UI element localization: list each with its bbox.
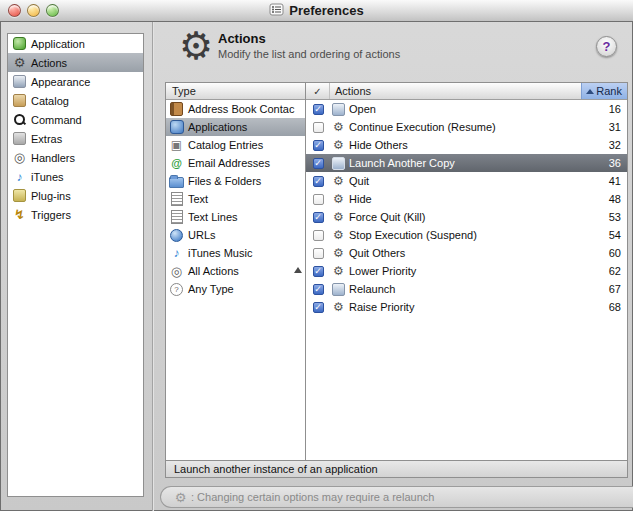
action-row-open[interactable]: Open16 bbox=[306, 100, 627, 118]
sidebar-item-application[interactable]: Application bbox=[8, 34, 143, 53]
action-row-launch-another-copy[interactable]: Launch Another Copy36 bbox=[306, 154, 627, 172]
action-rank: 41 bbox=[585, 175, 627, 187]
sidebar-item-label: Catalog bbox=[31, 95, 69, 107]
action-rank: 32 bbox=[585, 139, 627, 151]
sidebar-item-catalog[interactable]: Catalog bbox=[8, 91, 143, 110]
itunes-music-icon bbox=[169, 246, 184, 261]
type-item-any-type[interactable]: Any Type bbox=[166, 280, 305, 298]
sidebar-item-itunes[interactable]: iTunes bbox=[8, 167, 143, 186]
pane-divider bbox=[152, 22, 153, 511]
type-item-label: Any Type bbox=[188, 283, 234, 295]
action-rank: 48 bbox=[585, 193, 627, 205]
type-item-address-book-contac[interactable]: Address Book Contac bbox=[166, 100, 305, 118]
type-item-text-lines[interactable]: Text Lines bbox=[166, 208, 305, 226]
action-row-hide[interactable]: Hide48 bbox=[306, 190, 627, 208]
rank-column-header[interactable]: Rank bbox=[581, 83, 627, 99]
triggers-icon bbox=[12, 207, 27, 222]
action-gear-icon bbox=[331, 192, 346, 207]
type-column-header[interactable]: Type bbox=[166, 83, 305, 100]
sidebar-item-label: Plug-ins bbox=[31, 190, 71, 202]
urls-icon bbox=[169, 228, 184, 243]
checkbox[interactable] bbox=[313, 122, 324, 133]
type-item-email-addresses[interactable]: Email Addresses bbox=[166, 154, 305, 172]
action-row-continue-execution-resume[interactable]: Continue Execution (Resume)31 bbox=[306, 118, 627, 136]
sidebar-item-triggers[interactable]: Triggers bbox=[8, 205, 143, 224]
gear-icon bbox=[173, 490, 188, 505]
actions-rows: Open16Continue Execution (Resume)31Hide … bbox=[306, 100, 627, 316]
actions-column-header[interactable]: Actions bbox=[330, 83, 581, 99]
action-icon-cell bbox=[330, 192, 347, 207]
sidebar-item-label: iTunes bbox=[31, 171, 64, 183]
checkbox[interactable] bbox=[313, 158, 324, 169]
checkbox[interactable] bbox=[313, 230, 324, 241]
action-gear-icon bbox=[331, 228, 346, 243]
action-gear-icon bbox=[331, 138, 346, 153]
action-row-lower-priority[interactable]: Lower Priority62 bbox=[306, 262, 627, 280]
action-row-relaunch[interactable]: Relaunch67 bbox=[306, 280, 627, 298]
action-label: Raise Priority bbox=[347, 301, 585, 313]
checkbox[interactable] bbox=[313, 266, 324, 277]
type-item-itunes-music[interactable]: iTunes Music bbox=[166, 244, 305, 262]
action-row-force-quit-kill[interactable]: Force Quit (Kill)53 bbox=[306, 208, 627, 226]
action-icon-cell bbox=[330, 102, 347, 117]
title-bar[interactable]: Preferences bbox=[0, 0, 633, 22]
action-rank: 62 bbox=[585, 265, 627, 277]
type-item-all-actions[interactable]: All Actions bbox=[166, 262, 305, 280]
sidebar-item-handlers[interactable]: Handlers bbox=[8, 148, 143, 167]
checkbox[interactable] bbox=[313, 104, 324, 115]
checkbox[interactable] bbox=[313, 302, 324, 313]
action-row-quit-others[interactable]: Quit Others60 bbox=[306, 244, 627, 262]
preferences-icon bbox=[269, 2, 284, 19]
email-icon bbox=[169, 156, 184, 171]
handlers-icon bbox=[12, 150, 27, 165]
action-label: Force Quit (Kill) bbox=[347, 211, 585, 223]
type-item-label: URLs bbox=[188, 229, 216, 241]
action-row-hide-others[interactable]: Hide Others32 bbox=[306, 136, 627, 154]
checkbox-cell bbox=[306, 248, 330, 259]
action-row-raise-priority[interactable]: Raise Priority68 bbox=[306, 298, 627, 316]
type-item-files-folders[interactable]: Files & Folders bbox=[166, 172, 305, 190]
checkbox-cell bbox=[306, 284, 330, 295]
checkbox[interactable] bbox=[313, 212, 324, 223]
checkbox-cell bbox=[306, 212, 330, 223]
type-list-pane: Type Address Book ContacApplicationsCata… bbox=[165, 82, 306, 461]
action-label: Open bbox=[347, 103, 585, 115]
sidebar-item-appearance[interactable]: Appearance bbox=[8, 72, 143, 91]
action-icon-cell bbox=[330, 210, 347, 225]
itunes-icon bbox=[12, 169, 27, 184]
action-icon-cell bbox=[330, 282, 347, 297]
sidebar-item-command[interactable]: Command bbox=[8, 110, 143, 129]
close-button[interactable] bbox=[8, 4, 21, 17]
page-subtitle: Modify the list and ordering of actions bbox=[218, 48, 400, 60]
sidebar-item-extras[interactable]: Extras bbox=[8, 129, 143, 148]
check-column-header[interactable]: ✓ bbox=[306, 83, 330, 99]
address-book-icon bbox=[169, 102, 184, 117]
scroll-up-arrow[interactable] bbox=[294, 267, 302, 273]
action-rank: 31 bbox=[585, 121, 627, 133]
sidebar-item-actions[interactable]: Actions bbox=[8, 53, 143, 72]
action-row-quit[interactable]: Quit41 bbox=[306, 172, 627, 190]
app-icon bbox=[331, 282, 346, 297]
type-item-applications[interactable]: Applications bbox=[166, 118, 305, 136]
checkbox[interactable] bbox=[313, 284, 324, 295]
minimize-button[interactable] bbox=[27, 4, 40, 17]
type-item-label: Catalog Entries bbox=[188, 139, 263, 151]
checkbox[interactable] bbox=[313, 176, 324, 187]
action-row-stop-execution-suspend[interactable]: Stop Execution (Suspend)54 bbox=[306, 226, 627, 244]
sidebar-item-label: Triggers bbox=[31, 209, 71, 221]
checkbox[interactable] bbox=[313, 194, 324, 205]
checkbox[interactable] bbox=[313, 140, 324, 151]
zoom-button[interactable] bbox=[46, 4, 59, 17]
type-item-urls[interactable]: URLs bbox=[166, 226, 305, 244]
type-item-catalog-entries[interactable]: Catalog Entries bbox=[166, 136, 305, 154]
action-label: Continue Execution (Resume) bbox=[347, 121, 585, 133]
action-label: Launch Another Copy bbox=[347, 157, 585, 169]
text-icon bbox=[169, 192, 184, 207]
gear-icon bbox=[12, 55, 27, 70]
checkbox-cell bbox=[306, 230, 330, 241]
checkbox[interactable] bbox=[313, 248, 324, 259]
type-item-text[interactable]: Text bbox=[166, 190, 305, 208]
sidebar-item-plug-ins[interactable]: Plug-ins bbox=[8, 186, 143, 205]
action-label: Hide bbox=[347, 193, 585, 205]
help-button[interactable]: ? bbox=[596, 36, 617, 57]
